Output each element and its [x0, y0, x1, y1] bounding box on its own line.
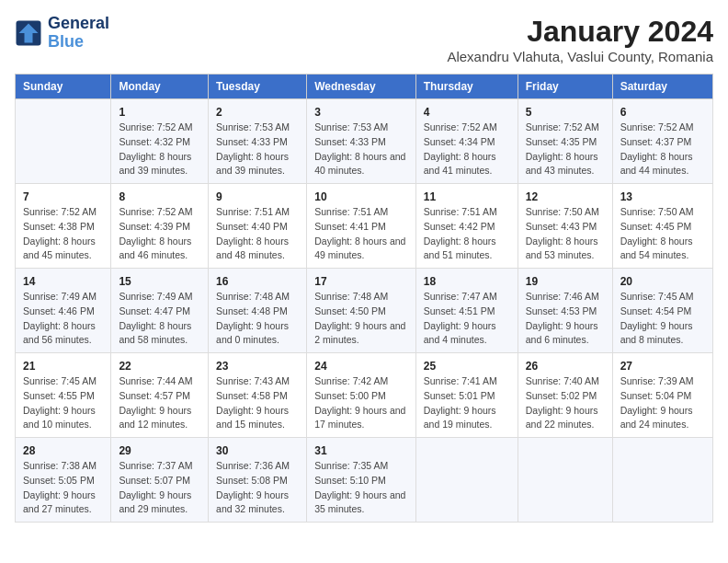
sunrise-info: Sunrise: 7:53 AM [314, 121, 408, 135]
daylight-info: Daylight: 9 hours and 19 minutes. [424, 404, 510, 433]
sunrise-info: Sunrise: 7:52 AM [526, 121, 605, 135]
daylight-info: Daylight: 8 hours and 44 minutes. [620, 150, 705, 179]
week-row-2: 14Sunrise: 7:49 AMSunset: 4:46 PMDayligh… [16, 269, 713, 353]
calendar-cell: 3Sunrise: 7:53 AMSunset: 4:33 PMDaylight… [307, 99, 416, 184]
logo-text: General Blue [48, 15, 109, 52]
sunset-info: Sunset: 5:05 PM [23, 474, 103, 488]
sunrise-info: Sunrise: 7:45 AM [620, 290, 705, 304]
sunset-info: Sunset: 4:57 PM [119, 389, 200, 404]
day-number: 7 [23, 189, 103, 205]
calendar-cell: 7Sunrise: 7:52 AMSunset: 4:38 PMDaylight… [16, 184, 111, 269]
sunrise-info: Sunrise: 7:46 AM [526, 290, 605, 304]
calendar-cell: 19Sunrise: 7:46 AMSunset: 4:53 PMDayligh… [518, 269, 612, 353]
calendar-cell: 16Sunrise: 7:48 AMSunset: 4:48 PMDayligh… [209, 269, 307, 353]
sunset-info: Sunset: 4:41 PM [314, 220, 408, 235]
daylight-info: Daylight: 8 hours and 41 minutes. [424, 150, 510, 179]
calendar-cell: 8Sunrise: 7:52 AMSunset: 4:39 PMDaylight… [111, 184, 209, 269]
sunset-info: Sunset: 4:42 PM [424, 220, 510, 235]
header-wednesday: Wednesday [307, 75, 416, 99]
header-monday: Monday [111, 75, 209, 99]
day-number: 20 [620, 273, 705, 290]
day-number: 29 [119, 442, 200, 459]
day-number: 9 [216, 189, 299, 205]
sunrise-info: Sunrise: 7:52 AM [119, 205, 200, 220]
daylight-info: Daylight: 9 hours and 35 minutes. [314, 488, 408, 518]
calendar-cell: 21Sunrise: 7:45 AMSunset: 4:55 PMDayligh… [16, 353, 111, 438]
calendar-cell: 25Sunrise: 7:41 AMSunset: 5:01 PMDayligh… [415, 353, 518, 438]
sunrise-info: Sunrise: 7:52 AM [620, 121, 705, 135]
sunset-info: Sunset: 4:55 PM [23, 389, 103, 404]
week-row-3: 21Sunrise: 7:45 AMSunset: 4:55 PMDayligh… [16, 353, 713, 438]
sunrise-info: Sunrise: 7:52 AM [424, 121, 510, 135]
daylight-info: Daylight: 9 hours and 29 minutes. [119, 488, 200, 518]
sunset-info: Sunset: 4:45 PM [620, 220, 705, 235]
sunrise-info: Sunrise: 7:36 AM [216, 459, 299, 474]
sunrise-info: Sunrise: 7:49 AM [119, 290, 200, 304]
day-number: 4 [424, 104, 510, 121]
header-tuesday: Tuesday [209, 75, 307, 99]
calendar-cell: 14Sunrise: 7:49 AMSunset: 4:46 PMDayligh… [16, 269, 111, 353]
sunrise-info: Sunrise: 7:48 AM [216, 290, 299, 304]
sunset-info: Sunset: 4:50 PM [314, 304, 408, 319]
sunset-info: Sunset: 5:01 PM [424, 389, 510, 404]
sunset-info: Sunset: 4:46 PM [23, 304, 103, 319]
calendar-cell: 11Sunrise: 7:51 AMSunset: 4:42 PMDayligh… [415, 184, 518, 269]
sunrise-info: Sunrise: 7:51 AM [314, 205, 408, 220]
day-number: 31 [314, 442, 408, 459]
calendar-cell: 28Sunrise: 7:38 AMSunset: 5:05 PMDayligh… [16, 438, 111, 523]
calendar-cell: 9Sunrise: 7:51 AMSunset: 4:40 PMDaylight… [209, 184, 307, 269]
sunset-info: Sunset: 5:04 PM [620, 389, 705, 404]
day-number: 5 [526, 104, 605, 121]
sunrise-info: Sunrise: 7:47 AM [424, 290, 510, 304]
calendar-cell: 27Sunrise: 7:39 AMSunset: 5:04 PMDayligh… [612, 353, 712, 438]
sunset-info: Sunset: 5:02 PM [526, 389, 605, 404]
day-number: 28 [23, 442, 103, 459]
sunrise-info: Sunrise: 7:43 AM [216, 374, 299, 389]
daylight-info: Daylight: 8 hours and 58 minutes. [119, 319, 200, 349]
calendar-cell: 22Sunrise: 7:44 AMSunset: 4:57 PMDayligh… [111, 353, 209, 438]
sunset-info: Sunset: 5:00 PM [314, 389, 408, 404]
daylight-info: Daylight: 8 hours and 53 minutes. [526, 235, 605, 264]
calendar-cell: 26Sunrise: 7:40 AMSunset: 5:02 PMDayligh… [518, 353, 612, 438]
day-number: 19 [526, 273, 605, 290]
header-saturday: Saturday [612, 75, 712, 99]
daylight-info: Daylight: 9 hours and 2 minutes. [314, 319, 408, 349]
sunset-info: Sunset: 4:39 PM [119, 220, 200, 235]
sunrise-info: Sunrise: 7:37 AM [119, 459, 200, 474]
sunrise-info: Sunrise: 7:52 AM [119, 121, 200, 135]
calendar-cell: 5Sunrise: 7:52 AMSunset: 4:35 PMDaylight… [518, 99, 612, 184]
sunrise-info: Sunrise: 7:42 AM [314, 374, 408, 389]
daylight-info: Daylight: 9 hours and 32 minutes. [216, 488, 299, 518]
daylight-info: Daylight: 9 hours and 15 minutes. [216, 404, 299, 433]
day-number: 1 [119, 104, 200, 121]
subtitle: Alexandru Vlahuta, Vaslui County, Romani… [447, 49, 713, 64]
sunset-info: Sunset: 4:33 PM [314, 135, 408, 150]
calendar-cell: 10Sunrise: 7:51 AMSunset: 4:41 PMDayligh… [307, 184, 416, 269]
calendar-cell [415, 438, 518, 523]
daylight-info: Daylight: 9 hours and 0 minutes. [216, 319, 299, 349]
calendar-body: 1Sunrise: 7:52 AMSunset: 4:32 PMDaylight… [16, 99, 713, 523]
day-number: 16 [216, 273, 299, 290]
calendar-cell: 1Sunrise: 7:52 AMSunset: 4:32 PMDaylight… [111, 99, 209, 184]
sunset-info: Sunset: 5:08 PM [216, 474, 299, 488]
sunset-info: Sunset: 4:34 PM [424, 135, 510, 150]
calendar-cell [16, 99, 111, 184]
day-number: 8 [119, 189, 200, 205]
daylight-info: Daylight: 9 hours and 6 minutes. [526, 319, 605, 349]
daylight-info: Daylight: 9 hours and 10 minutes. [23, 404, 103, 433]
daylight-info: Daylight: 9 hours and 27 minutes. [23, 488, 103, 518]
sunset-info: Sunset: 4:51 PM [424, 304, 510, 319]
main-title: January 2024 [447, 15, 713, 49]
calendar-cell: 29Sunrise: 7:37 AMSunset: 5:07 PMDayligh… [111, 438, 209, 523]
daylight-info: Daylight: 8 hours and 39 minutes. [119, 150, 200, 179]
sunset-info: Sunset: 4:32 PM [119, 135, 200, 150]
sunrise-info: Sunrise: 7:51 AM [216, 205, 299, 220]
calendar-cell: 18Sunrise: 7:47 AMSunset: 4:51 PMDayligh… [415, 269, 518, 353]
sunset-info: Sunset: 5:07 PM [119, 474, 200, 488]
calendar-cell: 4Sunrise: 7:52 AMSunset: 4:34 PMDaylight… [415, 99, 518, 184]
header-thursday: Thursday [415, 75, 518, 99]
calendar-cell: 23Sunrise: 7:43 AMSunset: 4:58 PMDayligh… [209, 353, 307, 438]
daylight-info: Daylight: 8 hours and 43 minutes. [526, 150, 605, 179]
day-number: 22 [119, 358, 200, 374]
sunrise-info: Sunrise: 7:38 AM [23, 459, 103, 474]
